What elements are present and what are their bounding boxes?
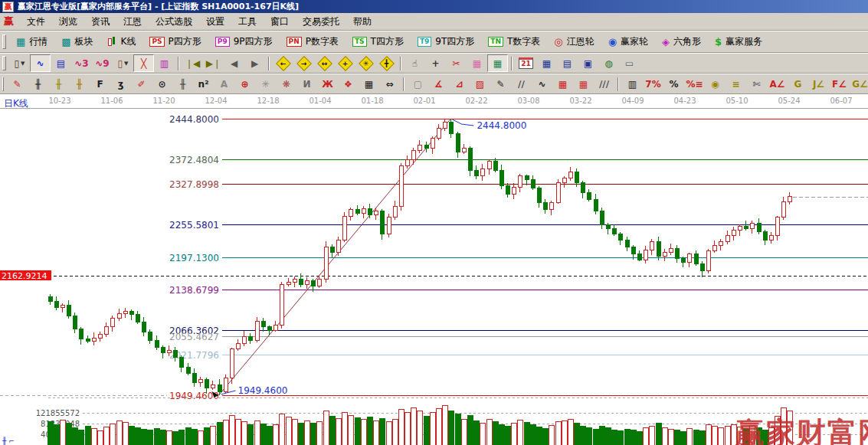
tool-cut-tool[interactable]: ✄: [746, 75, 767, 93]
tool-world-clock[interactable]: ◍: [598, 54, 619, 72]
tool-gold-circle[interactable]: ◉: [705, 75, 726, 93]
tool-gold-grid[interactable]: ╫: [48, 75, 69, 93]
menu-item-4[interactable]: 公式选股: [149, 14, 199, 30]
tool-green-grid[interactable]: ▦: [487, 54, 508, 72]
tool-calculator[interactable]: ▦: [536, 54, 557, 72]
tool-f-angle[interactable]: F∠: [829, 75, 850, 93]
tool-percent-lines[interactable]: %≡: [684, 75, 705, 93]
tool-percent-7[interactable]: 7%: [643, 75, 663, 93]
tool-candle-style[interactable]: ▯▼: [113, 54, 133, 72]
tool-export[interactable]: ▭: [619, 54, 640, 72]
tool-angle-a[interactable]: A: [214, 75, 234, 93]
tool-gold-grid-2[interactable]: ╫: [69, 75, 90, 93]
toolbar-button-p-square[interactable]: PSP四方形: [142, 33, 208, 51]
toolbar-button-p-number-table[interactable]: PNP数字表: [280, 33, 346, 51]
tool-hand-tool[interactable]: ☝: [405, 54, 425, 72]
tool-first-page[interactable]: ❘◀: [182, 54, 203, 72]
tool-wave-w[interactable]: ∿: [532, 75, 552, 93]
tool-erase-line[interactable]: ✂: [446, 54, 467, 72]
tool-web[interactable]: ✳: [255, 75, 276, 93]
tool-pencil[interactable]: ✎: [490, 75, 511, 93]
tool-f-grid[interactable]: F: [90, 75, 110, 93]
tool-red-grid-2[interactable]: ▦: [573, 75, 594, 93]
tool-spider-web[interactable]: ❋: [276, 75, 296, 93]
tool-pink-grid[interactable]: ▦: [467, 54, 487, 72]
tool-gold-lines[interactable]: ≡: [726, 75, 746, 93]
tool-save[interactable]: ▣: [578, 54, 598, 72]
toolbar-button-kline[interactable]: K线: [100, 33, 143, 51]
tool-width-tool[interactable]: ⇔: [379, 75, 400, 93]
toolbar-button-t-number-table[interactable]: TNT数字表: [481, 33, 547, 51]
menu-item-1[interactable]: 浏览: [52, 14, 84, 30]
tool-compress[interactable]: ✳: [355, 54, 376, 72]
tool-fan-lines[interactable]: ∡: [428, 75, 449, 93]
menu-item-6[interactable]: 工具: [231, 14, 264, 30]
toolbar-button-winner-service[interactable]: $赢家服务: [708, 33, 769, 51]
tool-crosshair-tool[interactable]: +: [425, 54, 446, 72]
menu-item-3[interactable]: 江恩: [116, 14, 149, 30]
tool-expand-horizontal[interactable]: ↔: [314, 54, 335, 72]
tool-chart-3[interactable]: ∿3: [71, 54, 92, 72]
tool-expand-all[interactable]: +: [335, 54, 355, 72]
tool-red-grid[interactable]: ▦: [552, 75, 573, 93]
tool-move-right[interactable]: →: [293, 54, 314, 72]
tool-info-panel[interactable]: ▤: [51, 54, 71, 72]
menu-item-7[interactable]: 窗口: [264, 14, 296, 30]
tool-hatch-box[interactable]: ▨: [470, 75, 490, 93]
tool-compare-bars[interactable]: ▥: [622, 75, 643, 93]
tool-gann-pen[interactable]: ✎: [7, 75, 28, 93]
tool-fan-box[interactable]: ⊿: [449, 75, 470, 93]
tool-ying-grid[interactable]: ❖: [338, 75, 359, 93]
tool-gann-grid[interactable]: ╫: [28, 75, 48, 93]
tool-chart-9[interactable]: ∿9: [92, 54, 113, 72]
menu-item-5[interactable]: 设置: [199, 14, 231, 30]
chart-area[interactable]: 2444.80002372.48042327.89982255.58012197…: [0, 109, 868, 445]
tool-compass[interactable]: ⊙: [152, 75, 172, 93]
menu-item-2[interactable]: 资讯: [84, 14, 116, 30]
tool-calendar[interactable]: 21: [516, 54, 536, 72]
tool-angle-red[interactable]: A∠: [767, 75, 788, 93]
tool-j-angle[interactable]: J∠: [808, 75, 829, 93]
tool-move-all[interactable]: ╋: [376, 54, 397, 72]
tool-gold-angle[interactable]: G∠: [850, 75, 868, 93]
candlestick-chart[interactable]: 2444.80002372.48042327.89982255.58012197…: [0, 109, 868, 445]
menu-item-8[interactable]: 交易委托: [296, 14, 346, 30]
tool-shen-grid[interactable]: Ж: [317, 75, 338, 93]
tool-target-circle[interactable]: ⊕: [234, 75, 255, 93]
tool-measure-pen[interactable]: ✐: [131, 75, 152, 93]
tool-last-page[interactable]: ▶❘: [203, 54, 224, 72]
toolbar-button-winner-wheel[interactable]: ◉赢家轮: [601, 33, 655, 51]
toolbar-button-quotes[interactable]: ▦行情: [9, 33, 54, 51]
tool-lines-3[interactable]: ∕∕: [511, 75, 532, 93]
period-selector-dropdown-arrow[interactable]: ▼: [21, 61, 25, 67]
toolbar-drag-handle[interactable]: [2, 56, 6, 70]
candle-style-dropdown-arrow[interactable]: ▼: [124, 61, 128, 67]
toolbar-button-sectors[interactable]: ▩板块: [54, 33, 100, 51]
tool-s-grid[interactable]: ʒ: [110, 75, 131, 93]
toolbar-button-p9-square[interactable]: P99P四方形: [208, 33, 280, 51]
toolbar-button-hexagon[interactable]: ◈六角形: [655, 33, 708, 51]
gann-trendline[interactable]: [219, 119, 451, 395]
tool-next-page[interactable]: ▶: [244, 54, 265, 72]
tool-percent[interactable]: %: [663, 75, 684, 93]
toolbar-drag-handle[interactable]: [2, 34, 6, 49]
tool-trend-curve[interactable]: ∿: [30, 54, 51, 72]
tool-number-grid[interactable]: ▦: [359, 75, 379, 93]
menu-item-0[interactable]: 文件: [20, 14, 52, 30]
tool-dashed-box[interactable]: ▢: [408, 75, 428, 93]
tool-notes[interactable]: ▤: [557, 54, 578, 72]
toolbar-button-t9-square[interactable]: T99T四方形: [411, 33, 481, 51]
tool-gold-mark[interactable]: G: [788, 75, 808, 93]
tool-color-chart[interactable]: ▥: [154, 54, 175, 72]
menu-item-9[interactable]: 帮助: [346, 14, 378, 30]
tool-grid-plain[interactable]: ╫: [172, 75, 193, 93]
tool-prev-page[interactable]: ◀: [224, 54, 244, 72]
toolbar-button-gann-wheel[interactable]: ◎江恩轮: [547, 33, 601, 51]
tool-grid-overlay[interactable]: ╳: [133, 54, 154, 72]
tool-wave-n[interactable]: И: [296, 75, 317, 93]
toolbar-drag-handle[interactable]: [2, 77, 4, 91]
tool-lines-multi[interactable]: ∕∕∕: [594, 75, 614, 93]
tool-period-selector[interactable]: ▯▼: [9, 54, 30, 72]
tool-move-left[interactable]: ←: [273, 54, 293, 72]
toolbar-button-t-square[interactable]: TST四方形: [346, 33, 411, 51]
